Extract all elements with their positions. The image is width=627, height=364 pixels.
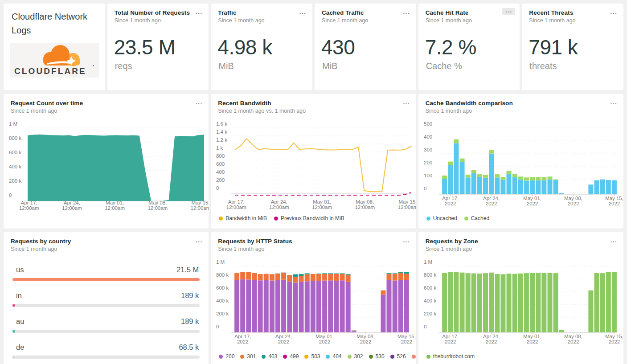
country-value: 189 k <box>181 317 199 326</box>
legend-item[interactable]: 200 <box>219 353 234 360</box>
panel-menu-icon[interactable]: ... <box>502 8 516 15</box>
recent-bandwidth-chart[interactable]: 1.6 k1.4 k1.2 k1 k8006004002000Apr 17,12… <box>211 119 416 229</box>
panel-menu-icon[interactable]: ... <box>403 238 410 242</box>
stat-value: 7.2 % <box>425 35 520 59</box>
legend-dot-icon <box>426 217 430 221</box>
panel-title: Recent Threats <box>529 9 616 16</box>
svg-text:2022: 2022 <box>485 339 497 344</box>
svg-text:400 k: 400 k <box>216 298 229 303</box>
legend-item[interactable]: Uncached <box>426 215 457 221</box>
panel-menu-icon[interactable]: ... <box>610 10 617 13</box>
stat-unit: MiB <box>322 61 416 71</box>
legend-item[interactable]: 404 <box>326 353 341 360</box>
legend-item[interactable]: 403 <box>262 353 277 360</box>
panel-header: Cloudflare Network Logs CLOUDFLARE ' <box>4 4 105 90</box>
panel-menu-icon[interactable]: ... <box>403 100 410 104</box>
svg-text:2022: 2022 <box>567 339 579 344</box>
legend-dot-icon <box>274 217 278 221</box>
legend-label: Cached <box>471 215 489 221</box>
stat-unit: reqs <box>115 61 209 71</box>
country-bar-track <box>12 330 200 333</box>
svg-text:2022: 2022 <box>401 339 413 344</box>
svg-text:600 k: 600 k <box>9 150 21 155</box>
legend-item[interactable]: Bandwidth in MiB <box>219 215 267 221</box>
country-bar-fill <box>12 304 15 307</box>
svg-text:Apr 17,: Apr 17, <box>234 334 251 339</box>
panel-menu-icon[interactable]: ... <box>403 10 410 13</box>
svg-text:May 15,: May 15, <box>192 200 209 205</box>
panel-request-count: Request Count over time Since 1 month ag… <box>4 94 209 229</box>
country-row-au[interactable]: au 189 k <box>12 317 200 333</box>
cloudflare-logo: CLOUDFLARE ' <box>10 43 99 78</box>
svg-text:800 k: 800 k <box>424 272 436 278</box>
svg-text:400 k: 400 k <box>9 164 21 169</box>
legend-dot-icon <box>326 355 330 359</box>
legend-item[interactable]: Previous Bandwidth in MiB <box>274 215 344 221</box>
svg-text:12:00am: 12:00am <box>226 204 246 210</box>
panel-menu-icon[interactable]: ... <box>610 100 617 104</box>
svg-text:0: 0 <box>424 186 426 191</box>
legend-dot-icon <box>426 355 430 359</box>
country-value: 189 k <box>181 291 199 300</box>
svg-text:Apr 24,: Apr 24, <box>275 334 292 339</box>
legend-item[interactable]: Cached <box>464 215 489 221</box>
country-row-us[interactable]: us 21.5 M <box>12 266 200 281</box>
legend-dot-icon <box>262 355 266 359</box>
svg-text:May 08,: May 08, <box>564 334 582 339</box>
panel-total-requests: Total Number of Requests Since 1 month a… <box>107 4 209 90</box>
http-status-chart[interactable]: 1 M800 k600 k400 k200 k0Apr 17,2022Apr 2… <box>211 257 416 364</box>
legend-item[interactable]: theburritobot.com <box>426 353 475 360</box>
panel-menu-icon[interactable]: ... <box>196 100 203 104</box>
cache-bandwidth-chart[interactable]: 5004003002001000Apr 17,2022Apr 24,2022Ma… <box>418 119 623 229</box>
panel-cache-bandwidth: Cache Bandwidth comparison Since 1 month… <box>418 94 623 229</box>
legend-item[interactable]: 302 <box>348 353 363 360</box>
legend-label: Previous Bandwidth in MiB <box>281 215 344 221</box>
svg-text:May 01,: May 01, <box>106 200 124 205</box>
stat-value: 23.5 M <box>114 35 209 59</box>
svg-text:2022: 2022 <box>608 339 620 344</box>
svg-text:2022: 2022 <box>278 339 290 344</box>
chart-legend: UncachedCached <box>426 215 489 221</box>
panel-title: Traffic <box>218 9 305 16</box>
legend-item[interactable]: 499 <box>283 353 299 360</box>
svg-text:2022: 2022 <box>445 201 456 206</box>
panel-cache-hit-rate: Cache Hit Rate Since 1 month ago ... 7.2… <box>418 4 520 90</box>
legend-label: 200 <box>225 353 234 360</box>
legend-dot-icon <box>464 217 468 221</box>
stat-value: 430 <box>321 35 416 59</box>
panel-menu-icon[interactable]: ... <box>299 10 306 13</box>
country-value: 68.5 k <box>179 343 199 352</box>
panel-menu-icon[interactable]: ... <box>196 10 203 13</box>
svg-text:12:00am: 12:00am <box>398 204 416 210</box>
panel-recent-bandwidth: Recent Bandwidth Since 1 month ago vs. 1… <box>211 94 416 229</box>
legend-item[interactable]: 530 <box>369 353 385 360</box>
panel-title: Cached Traffic <box>322 9 409 16</box>
legend-label: 530 <box>376 353 385 360</box>
stat-unit: threats <box>529 61 623 71</box>
request-count-chart[interactable]: 1 M800 k600 k400 k200 k0Apr 17,12:00amAp… <box>4 119 209 229</box>
panel-subtitle: Since 1 month ago <box>218 246 409 252</box>
panel-title: Requests by Zone <box>426 238 616 245</box>
zone-chart[interactable]: 1 M800 k600 k400 k200 k0Apr 17,2022Apr 2… <box>418 257 623 364</box>
panel-menu-icon[interactable]: ... <box>610 238 617 242</box>
svg-text:May 15,: May 15, <box>605 334 623 339</box>
stat-value: 791 k <box>529 35 623 59</box>
panel-menu-icon[interactable]: ... <box>196 238 203 242</box>
svg-text:600: 600 <box>216 161 225 167</box>
country-row-de[interactable]: de 68.5 k <box>12 343 200 359</box>
svg-text:May 01,: May 01, <box>523 196 541 201</box>
legend-label: 403 <box>268 353 277 360</box>
country-bar-track <box>12 304 200 307</box>
svg-text:2022: 2022 <box>485 201 497 206</box>
legend-dot-icon <box>240 355 244 359</box>
svg-text:12:00am: 12:00am <box>105 205 125 211</box>
country-label: us <box>16 266 24 274</box>
country-row-in[interactable]: in 189 k <box>12 291 200 307</box>
legend-item[interactable]: 301 <box>240 353 256 360</box>
svg-text:100: 100 <box>424 173 432 178</box>
legend-dot-icon <box>390 355 394 359</box>
legend-item[interactable]: 524 <box>412 353 416 360</box>
panel-recent-threats: Recent Threats Since 1 month ago ... 791… <box>522 4 623 90</box>
legend-item[interactable]: 526 <box>390 353 406 360</box>
legend-item[interactable]: 503 <box>304 353 320 360</box>
